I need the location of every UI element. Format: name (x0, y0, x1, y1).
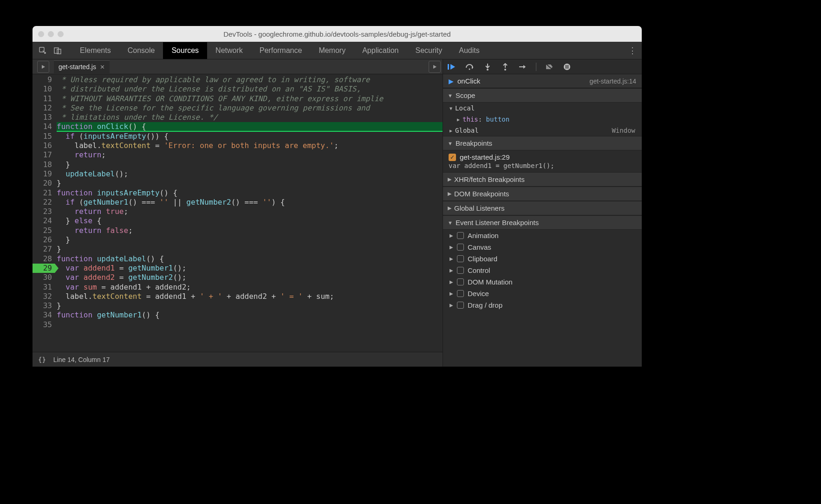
event-category-row[interactable]: ▶Canvas (443, 241, 642, 253)
panel-tab-sources[interactable]: Sources (163, 42, 207, 59)
callstack-frame[interactable]: ▶ onClick get-started.js:14 (443, 74, 642, 88)
code-line[interactable]: * Unless required by applicable law or a… (57, 75, 443, 84)
line-number[interactable]: 23 (33, 207, 52, 216)
line-number[interactable]: 24 (33, 216, 52, 226)
code-line[interactable]: label.textContent = 'Error: one or both … (57, 141, 443, 150)
code-line[interactable]: } (57, 301, 443, 310)
minimize-window-button[interactable] (48, 31, 54, 37)
line-number[interactable]: 30 (33, 273, 52, 282)
show-navigator-icon[interactable] (37, 61, 49, 73)
panel-tab-application[interactable]: Application (354, 42, 407, 59)
code-line[interactable]: * limitations under the License. */ (57, 113, 443, 122)
code-line[interactable]: } (57, 179, 443, 188)
event-checkbox[interactable] (457, 232, 464, 239)
code-line[interactable]: function onClick() { (57, 122, 443, 131)
scope-global-header[interactable]: ▶ Global Window (443, 125, 642, 136)
panel-tab-elements[interactable]: Elements (72, 42, 119, 59)
line-number[interactable]: 27 (33, 245, 52, 254)
code-line[interactable]: function updateLabel() { (57, 254, 443, 264)
code-line[interactable]: } (57, 245, 443, 254)
window-titlebar[interactable]: DevTools - googlechrome.github.io/devtoo… (33, 26, 642, 42)
more-options-icon[interactable]: ⋮ (627, 45, 638, 56)
event-category-row[interactable]: ▶Drag / drop (443, 299, 642, 311)
callstack-location[interactable]: get-started.js:14 (590, 78, 636, 85)
code-line[interactable]: if (inputsAreEmpty()) { (57, 132, 443, 141)
event-category-row[interactable]: ▶Clipboard (443, 253, 642, 265)
code-line[interactable]: } (57, 235, 443, 245)
panel-tab-security[interactable]: Security (407, 42, 450, 59)
line-number[interactable]: 10 (33, 84, 52, 94)
line-number[interactable]: 13 (33, 113, 52, 122)
event-checkbox[interactable] (457, 302, 464, 309)
scope-variable-this[interactable]: ▶ this: button (443, 114, 642, 125)
global-listeners-header[interactable]: ▶ Global Listeners (443, 201, 642, 215)
step-over-button[interactable] (465, 62, 475, 71)
breakpoint-item[interactable]: ✓ get-started.js:29 var addend1 = getNum… (443, 150, 642, 172)
line-number[interactable]: 33 (33, 301, 52, 310)
code-line[interactable]: function inputsAreEmpty() { (57, 188, 443, 198)
panel-tab-audits[interactable]: Audits (450, 42, 488, 59)
step-into-button[interactable] (483, 62, 492, 71)
code-editor[interactable]: 9101112131415161718192021222324252627282… (33, 74, 443, 352)
event-category-row[interactable]: ▶Control (443, 265, 642, 276)
line-number[interactable]: 20 (33, 179, 52, 188)
event-category-row[interactable]: ▶Animation (443, 230, 642, 241)
zoom-window-button[interactable] (58, 31, 64, 37)
panel-tab-memory[interactable]: Memory (310, 42, 354, 59)
line-number[interactable]: 14 (33, 122, 52, 131)
panel-tab-performance[interactable]: Performance (251, 42, 311, 59)
step-out-button[interactable] (501, 62, 510, 71)
code-line[interactable]: return false; (57, 226, 443, 235)
event-listener-breakpoints-header[interactable]: ▼ Event Listener Breakpoints (443, 215, 642, 230)
line-number[interactable]: 29 (33, 264, 55, 273)
scope-section-header[interactable]: ▼ Scope (443, 88, 642, 103)
line-number[interactable]: 26 (33, 235, 52, 245)
dom-breakpoints-header[interactable]: ▶ DOM Breakpoints (443, 187, 642, 201)
breakpoint-checkbox[interactable]: ✓ (449, 154, 456, 161)
code-line[interactable]: return true; (57, 207, 443, 216)
file-tab[interactable]: get-started.js ✕ (54, 60, 110, 73)
line-number[interactable]: 34 (33, 310, 52, 320)
close-tab-icon[interactable]: ✕ (100, 64, 105, 71)
line-gutter[interactable]: 9101112131415161718192021222324252627282… (33, 74, 55, 352)
code-line[interactable]: * See the License for the specific langu… (57, 103, 443, 113)
line-number[interactable]: 22 (33, 198, 52, 207)
line-number[interactable]: 31 (33, 283, 52, 292)
line-number[interactable]: 28 (33, 254, 52, 264)
more-tabs-icon[interactable] (429, 61, 441, 73)
code-line[interactable]: var addend2 = getNumber2(); (57, 273, 443, 282)
code-line[interactable]: updateLabel(); (57, 169, 443, 179)
code-line[interactable]: if (getNumber1() === '' || getNumber2() … (57, 198, 443, 207)
step-button[interactable] (518, 62, 528, 71)
inspect-element-icon[interactable] (36, 44, 49, 57)
line-number[interactable]: 9 (33, 75, 52, 84)
pause-on-exceptions-button[interactable] (562, 62, 572, 71)
line-number[interactable]: 19 (33, 169, 52, 179)
panel-tab-console[interactable]: Console (119, 42, 163, 59)
code-line[interactable]: } else { (57, 216, 443, 226)
code-line[interactable]: } (57, 160, 443, 169)
line-number[interactable]: 35 (33, 320, 52, 330)
line-number[interactable]: 32 (33, 292, 52, 301)
line-number[interactable]: 16 (33, 141, 52, 150)
deactivate-breakpoints-button[interactable] (545, 62, 554, 71)
event-category-row[interactable]: ▶Device (443, 288, 642, 299)
line-number[interactable]: 12 (33, 103, 52, 113)
format-code-icon[interactable]: {} (38, 356, 46, 363)
event-checkbox[interactable] (457, 244, 464, 251)
line-number[interactable]: 25 (33, 226, 52, 235)
xhr-breakpoints-header[interactable]: ▶ XHR/fetch Breakpoints (443, 172, 642, 187)
line-number[interactable]: 15 (33, 132, 52, 141)
line-number[interactable]: 11 (33, 94, 52, 103)
scope-local-header[interactable]: ▼ Local (443, 103, 642, 114)
code-line[interactable]: var addend1 = getNumber1(); (57, 264, 443, 273)
resume-button[interactable] (448, 62, 457, 71)
line-number[interactable]: 21 (33, 188, 52, 198)
event-category-row[interactable]: ▶DOM Mutation (443, 276, 642, 288)
code-line[interactable]: label.textContent = addend1 + ' + ' + ad… (57, 292, 443, 301)
line-number[interactable]: 18 (33, 160, 52, 169)
event-checkbox[interactable] (457, 255, 464, 262)
panel-tab-network[interactable]: Network (207, 42, 251, 59)
event-checkbox[interactable] (457, 278, 464, 285)
code-line[interactable]: * distributed under the License is distr… (57, 84, 443, 94)
